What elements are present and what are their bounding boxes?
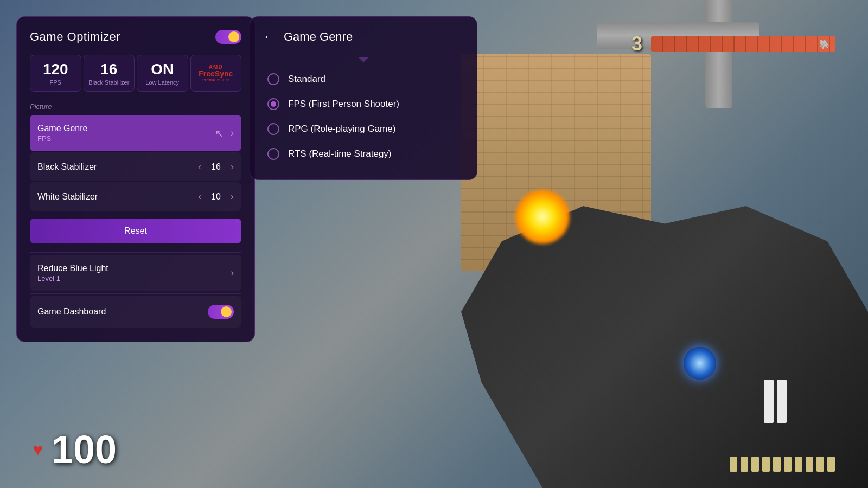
black-stab-stepper-value: 16 — [208, 162, 224, 172]
heart-icon: ♥ — [33, 440, 43, 460]
optimizer-title: Game Optimizer — [30, 30, 120, 44]
white-bar-1 — [764, 380, 774, 423]
game-dashboard-menu-item[interactable]: Game Dashboard — [30, 296, 241, 328]
ammo-bar-7 — [806, 457, 813, 472]
freesync-logo: AMD FreeSync Premium Pro — [195, 64, 237, 82]
optimizer-panel: Game Optimizer 120 FPS 16 Black Stabiliz… — [16, 16, 255, 342]
ammo-bar-9 — [827, 457, 835, 472]
optimizer-header: Game Optimizer — [30, 30, 241, 44]
white-stabilizer-title: White Stabilizer — [37, 192, 98, 202]
game-dashboard-toggle[interactable] — [208, 305, 234, 319]
hud-bottom: ♥ 100 — [0, 427, 868, 472]
white-stabilizer-right: ‹ 10 › — [198, 191, 234, 202]
genre-label-rpg: RPG (Role-playing Game) — [288, 124, 395, 134]
reduce-blue-light-left: Reduce Blue Light Level 1 — [37, 264, 108, 282]
health-number: 100 — [52, 427, 117, 472]
hud-top: 3 🐘 — [631, 33, 835, 55]
reduce-blue-light-menu-item[interactable]: Reduce Blue Light Level 1 › — [30, 255, 241, 291]
ammo-bar-8 — [816, 457, 824, 472]
black-stab-stat: 16 Black Stabilizer — [84, 55, 135, 92]
reduce-blue-light-chevron: › — [231, 267, 234, 279]
ammo-bar-6 — [795, 457, 802, 472]
freesync-sub: Premium Pro — [202, 78, 230, 82]
health-bar-icon: 🐘 — [819, 39, 830, 49]
game-dashboard-title: Game Dashboard — [37, 307, 106, 317]
reduce-blue-light-title: Reduce Blue Light — [37, 264, 108, 273]
game-genre-title: Game Genre — [37, 124, 87, 133]
white-stabilizer-menu-item[interactable]: White Stabilizer ‹ 10 › — [30, 182, 241, 211]
blue-orb — [684, 347, 716, 380]
white-stab-stepper-value: 10 — [208, 192, 224, 202]
white-stab-arrow-right[interactable]: › — [231, 191, 234, 202]
ammo-bar-2 — [751, 457, 759, 472]
genre-option-standard[interactable]: Standard — [263, 67, 464, 92]
fps-stat: 120 FPS — [30, 55, 81, 92]
radio-rts[interactable] — [267, 148, 279, 160]
black-stab-arrow-right[interactable]: › — [231, 161, 234, 172]
genre-header: ← Game Genre — [263, 30, 464, 44]
genre-option-rts[interactable]: RTS (Real-time Strategy) — [263, 142, 464, 166]
health-bar: 🐘 — [651, 36, 835, 52]
ammo-bar-3 — [762, 457, 770, 472]
genre-label-rts: RTS (Real-time Strategy) — [288, 149, 392, 159]
low-latency-stat: ON Low Latency — [137, 55, 188, 92]
reduce-blue-light-subtitle: Level 1 — [37, 274, 108, 282]
stats-row: 120 FPS 16 Black Stabilizer ON Low Laten… — [30, 55, 241, 92]
reset-button[interactable]: Reset — [30, 219, 241, 243]
back-icon[interactable]: ← — [263, 30, 275, 44]
genre-option-rpg[interactable]: RPG (Role-playing Game) — [263, 117, 464, 142]
genre-option-fps[interactable]: FPS (First Person Shooter) — [263, 92, 464, 117]
black-stab-label: Black Stabilizer — [88, 79, 130, 86]
genre-panel: ← Game Genre Standard FPS (First Person … — [250, 16, 477, 180]
ammo-bar-5 — [784, 457, 792, 472]
radio-fps[interactable] — [267, 98, 279, 110]
game-genre-right: ↖ › — [215, 127, 234, 140]
black-stab-value: 16 — [88, 61, 130, 78]
white-stab-arrow-left[interactable]: ‹ — [198, 191, 201, 202]
game-genre-left: Game Genre FPS — [37, 124, 87, 143]
freesync-text: FreeSync — [199, 70, 233, 78]
ammo-bar-0 — [730, 457, 737, 472]
muzzle-flash — [515, 190, 570, 244]
optimizer-toggle[interactable] — [215, 30, 241, 44]
game-genre-chevron: › — [231, 127, 234, 139]
low-latency-value: ON — [142, 61, 183, 78]
cursor-icon: ↖ — [215, 127, 224, 140]
black-stabilizer-right: ‹ 16 › — [198, 161, 234, 172]
divider-1 — [30, 252, 241, 253]
genre-chevron-decoration — [358, 57, 369, 62]
ammo-count: 3 — [631, 33, 642, 55]
white-bar-2 — [777, 380, 787, 423]
section-picture-label: Picture — [30, 102, 241, 111]
black-stab-arrow-left[interactable]: ‹ — [198, 161, 201, 172]
genre-label-standard: Standard — [288, 74, 326, 85]
hud-ammo-bottom — [729, 457, 835, 472]
game-genre-menu-item[interactable]: Game Genre FPS ↖ › — [30, 115, 241, 151]
game-genre-subtitle: FPS — [37, 134, 87, 143]
black-stabilizer-title: Black Stabilizer — [37, 162, 97, 172]
white-bars-symbol — [764, 380, 787, 423]
fps-label: FPS — [35, 79, 76, 86]
hud-health: ♥ 100 — [33, 427, 117, 472]
freesync-box: AMD FreeSync Premium Pro — [190, 55, 242, 92]
ammo-bar-1 — [741, 457, 748, 472]
genre-label-fps: FPS (First Person Shooter) — [288, 99, 399, 110]
divider-2 — [30, 293, 241, 294]
ammo-bar-4 — [773, 457, 781, 472]
radio-standard[interactable] — [267, 73, 279, 85]
hud-bar-container: 🐘 — [651, 36, 835, 52]
fps-value: 120 — [35, 61, 76, 78]
radio-rpg[interactable] — [267, 123, 279, 135]
black-stabilizer-menu-item[interactable]: Black Stabilizer ‹ 16 › — [30, 152, 241, 181]
genre-title: Game Genre — [284, 30, 353, 44]
low-latency-label: Low Latency — [142, 79, 183, 86]
